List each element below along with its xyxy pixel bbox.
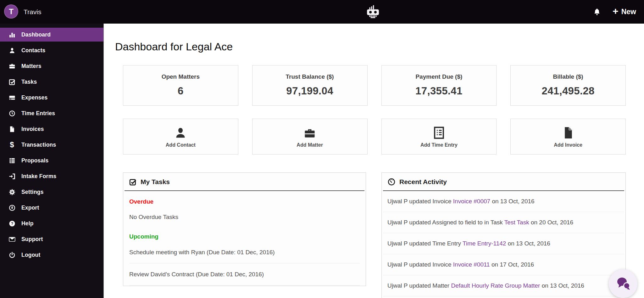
activity-link[interactable]: Default Hourly Rate Group Matter xyxy=(451,282,540,289)
task-row[interactable]: Schedule meeting with Ryan (Due Date: 01… xyxy=(129,241,360,263)
stats-row: Open Matters 6 Trust Balance ($) 97,199.… xyxy=(123,65,626,106)
stat-label: Payment Due ($) xyxy=(382,73,497,80)
sidebar-item-invoices[interactable]: Invoices xyxy=(0,122,103,136)
activity-row: Ujwal P updated Assigned to field to in … xyxy=(383,212,624,233)
topbar: T Travis + xyxy=(0,0,644,24)
sidebar-item-tasks[interactable]: Tasks xyxy=(0,75,103,89)
stat-label: Billable ($) xyxy=(511,73,625,80)
activity-row: Ujwal P updated Invoice Invoice #0011 on… xyxy=(383,254,624,275)
sidebar-item-proposals[interactable]: Proposals xyxy=(0,154,103,167)
panel-title: Recent Activity xyxy=(399,178,447,186)
panels-row: My Tasks Overdue No Overdue Tasks Upcomi… xyxy=(123,172,626,298)
panel-title: My Tasks xyxy=(141,178,170,186)
add-matter-button[interactable]: Add Matter xyxy=(252,119,368,155)
question-circle-icon: ? xyxy=(8,220,16,227)
briefcase-icon xyxy=(304,126,316,139)
my-tasks-body: Overdue No Overdue Tasks Upcoming Schedu… xyxy=(123,198,366,285)
gear-icon xyxy=(8,188,16,196)
recent-activity-panel: Recent Activity Ujwal P updated Invoice … xyxy=(381,172,626,298)
add-contact-button[interactable]: Add Contact xyxy=(123,119,238,155)
user-name: Travis xyxy=(24,0,41,24)
no-overdue-tasks-text: No Overdue Tasks xyxy=(129,214,360,221)
sidebar-item-settings[interactable]: Settings xyxy=(0,185,103,199)
sidebar-item-time-entries[interactable]: Time Entries xyxy=(0,106,103,120)
file-icon xyxy=(8,125,16,133)
check-square-icon xyxy=(8,78,16,86)
person-icon xyxy=(174,126,187,139)
sidebar-item-logout[interactable]: Logout xyxy=(0,248,103,262)
chat-widget-button[interactable] xyxy=(609,269,637,298)
activity-link[interactable]: Invoice #0011 xyxy=(453,261,490,268)
credit-card-icon xyxy=(8,94,16,101)
new-button[interactable]: + New xyxy=(613,7,636,16)
chat-bubbles-icon xyxy=(615,276,631,291)
robot-chatbot-icon[interactable] xyxy=(366,4,380,19)
power-icon xyxy=(8,251,16,259)
activity-link[interactable]: Test Task xyxy=(504,219,529,226)
svg-text:?: ? xyxy=(11,221,13,226)
stat-value: 6 xyxy=(123,85,238,97)
sidebar-item-export[interactable]: Export xyxy=(0,201,103,215)
sidebar-item-matters[interactable]: Matters xyxy=(0,59,103,73)
user-avatar[interactable]: T xyxy=(4,4,18,19)
my-tasks-header: My Tasks xyxy=(125,173,364,191)
download-circle-icon xyxy=(8,204,16,211)
clock-icon xyxy=(8,110,16,117)
file-icon xyxy=(563,126,574,139)
overdue-section-label: Overdue xyxy=(129,198,360,205)
sidebar-item-expenses[interactable]: Expenses xyxy=(0,91,103,104)
activity-link[interactable]: Invoice #0007 xyxy=(453,198,490,205)
sidebar-nav: Dashboard Contacts Matters Tasks xyxy=(0,28,103,262)
upcoming-section-label: Upcoming xyxy=(129,233,360,240)
stat-value: 97,199.04 xyxy=(253,85,367,97)
recent-activity-header: Recent Activity xyxy=(383,173,624,191)
check-square-icon xyxy=(129,178,136,186)
sidebar-item-dashboard[interactable]: Dashboard xyxy=(0,28,103,42)
briefcase-icon xyxy=(8,62,16,70)
activity-list: Ujwal P updated Invoice Invoice #0007 on… xyxy=(382,191,625,296)
activity-link[interactable]: Time Entry-1142 xyxy=(463,240,506,247)
stat-card-open-matters[interactable]: Open Matters 6 xyxy=(123,65,238,106)
dollar-icon: $ xyxy=(8,141,16,149)
upcoming-task-list: Schedule meeting with Ryan (Due Date: 01… xyxy=(129,241,360,285)
bar-chart-icon xyxy=(8,31,16,38)
sidebar-item-transactions[interactable]: $ Transactions xyxy=(0,138,103,152)
stat-value: 241,495.28 xyxy=(511,85,625,97)
add-invoice-button[interactable]: Add Invoice xyxy=(510,119,626,155)
sign-in-icon xyxy=(8,172,16,180)
stat-label: Open Matters xyxy=(123,73,238,80)
stat-card-payment-due[interactable]: Payment Due ($) 17,355.41 xyxy=(381,65,497,106)
sidebar: Dashboard Contacts Matters Tasks xyxy=(0,24,103,298)
sidebar-item-contacts[interactable]: Contacts xyxy=(0,43,103,57)
gauge-icon xyxy=(388,178,395,186)
app-window: T Travis + xyxy=(0,0,644,298)
main-content: Dashboard for Legal Ace Open Matters 6 T… xyxy=(103,24,644,298)
add-time-entry-button[interactable]: Add Time Entry xyxy=(381,119,497,155)
table-list-icon xyxy=(8,157,16,164)
clipboard-list-icon xyxy=(433,126,445,139)
quick-actions-row: Add Contact Add Matter Add Time Entry Ad… xyxy=(123,119,626,155)
avatar-initial: T xyxy=(9,7,14,16)
stat-card-billable[interactable]: Billable ($) 241,495.28 xyxy=(510,65,626,106)
new-button-label: New xyxy=(621,8,636,16)
sidebar-item-help[interactable]: ? Help xyxy=(0,216,103,230)
envelope-icon xyxy=(8,235,16,243)
activity-row: Ujwal P updated Time Entry Time Entry-11… xyxy=(383,233,624,254)
plus-icon: + xyxy=(613,7,619,16)
person-icon xyxy=(8,47,16,54)
task-row[interactable]: Review David's Contract (Due Date: 01 De… xyxy=(129,263,360,285)
stat-label: Trust Balance ($) xyxy=(253,73,367,80)
activity-row: Ujwal P updated Invoice Invoice #0007 on… xyxy=(383,191,624,212)
page-title: Dashboard for Legal Ace xyxy=(115,41,644,53)
stat-value: 17,355.41 xyxy=(382,85,497,97)
activity-row: Ujwal P updated Matter Default Hourly Ra… xyxy=(383,275,624,296)
stat-card-trust-balance[interactable]: Trust Balance ($) 97,199.04 xyxy=(252,65,368,106)
sidebar-item-support[interactable]: Support xyxy=(0,232,103,246)
topbar-actions: + New xyxy=(593,0,636,24)
notifications-bell-icon[interactable] xyxy=(593,8,601,16)
sidebar-item-intake-forms[interactable]: Intake Forms xyxy=(0,169,103,183)
my-tasks-panel: My Tasks Overdue No Overdue Tasks Upcomi… xyxy=(123,172,366,286)
